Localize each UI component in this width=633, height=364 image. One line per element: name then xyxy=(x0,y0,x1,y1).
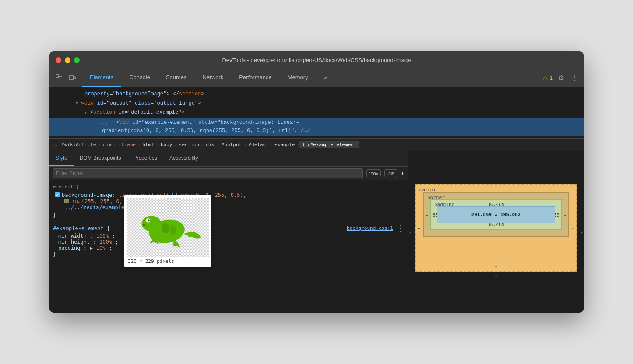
devtools-window: DevTools - developer.mozilla.org/en-US/d… xyxy=(49,51,584,313)
tab-network[interactable]: Network xyxy=(195,69,232,87)
html-line-3: <section id="default-example"> xyxy=(49,108,584,117)
html-line-1: property="backgroundImage">…</section> xyxy=(49,90,584,99)
warning-badge[interactable]: ⚠ 1 xyxy=(542,74,553,81)
padding-box: padding 36.469 36.469 36.469 36.469 291.… xyxy=(430,199,562,230)
tab-dom-breakpoints[interactable]: DOM Breakpoints xyxy=(74,151,127,166)
background-image-rule: ✓ background-image: linear-gradient( rgb… xyxy=(53,190,404,212)
breadcrumb-item-default-example[interactable]: #default-example xyxy=(246,141,297,148)
svg-rect-2 xyxy=(69,76,74,79)
svg-rect-3 xyxy=(74,77,75,79)
outer-right-value: - xyxy=(580,229,583,234)
minimize-button[interactable] xyxy=(65,57,70,63)
devtools-toolbar: Elements Console Sources Network Perform… xyxy=(49,69,584,87)
element-selector-line: element { xyxy=(53,183,404,190)
inspector-icon[interactable] xyxy=(53,72,65,84)
border-box: border - - - - padding 36.469 36.469 36.… xyxy=(423,192,569,237)
window-title: DevTools - developer.mozilla.org/en-US/d… xyxy=(222,57,411,63)
svg-point-12 xyxy=(148,220,150,222)
tab-accessibility[interactable]: Accessibility xyxy=(163,151,204,166)
border-left-value[interactable]: - xyxy=(426,212,429,217)
breadcrumb-item-section[interactable]: section xyxy=(177,141,201,148)
main-tabs: Elements Console Sources Network Perform… xyxy=(82,69,335,87)
toolbar-right: ⚠ 1 ⚙ ⋮ xyxy=(542,72,580,84)
bottom-panels: Style DOM Breakpoints Properties Accessi… xyxy=(49,151,584,313)
margin-box: margin - - - - border - - - - xyxy=(415,184,577,272)
image-popup-dimensions: 320 × 229 pixels xyxy=(127,257,208,264)
html-panel: property="backgroundImage">…</section> <… xyxy=(49,87,584,139)
maximize-button[interactable] xyxy=(74,57,80,63)
breadcrumb-bar: ... #wikiArticle › div › iframe › html ›… xyxy=(49,139,584,151)
border-right-value[interactable]: - xyxy=(563,212,566,217)
content-box: 291.859 × 195.062 xyxy=(437,206,555,223)
warning-count: 1 xyxy=(550,75,553,81)
breadcrumb-ellipsis: ... xyxy=(53,141,57,147)
box-model: margin - - - - border - - - - xyxy=(415,184,577,279)
styles-scrollable: element { ✓ background-image: linear-gra… xyxy=(49,180,408,313)
property-checkbox[interactable]: ✓ xyxy=(55,192,60,197)
tab-elements[interactable]: Elements xyxy=(82,69,121,87)
svg-rect-0 xyxy=(56,75,59,77)
margin-bottom-value[interactable]: - xyxy=(416,263,576,269)
tab-console[interactable]: Console xyxy=(121,69,158,87)
margin-left-value[interactable]: - xyxy=(418,225,421,231)
breadcrumb-item-iframe[interactable]: iframe xyxy=(116,141,138,148)
more-dots-icon[interactable]: ⋮ xyxy=(396,224,404,233)
breadcrumb-item-div2[interactable]: div xyxy=(204,141,217,148)
toolbar-icons xyxy=(53,72,78,84)
margin-right-value[interactable]: - xyxy=(571,225,574,231)
breadcrumb-item-body[interactable]: body xyxy=(158,141,175,148)
image-popup: 320 × 229 pixels xyxy=(124,195,211,267)
tab-sources[interactable]: Sources xyxy=(158,69,195,87)
tab-performance[interactable]: Performance xyxy=(231,69,279,87)
css-selector: #example-element xyxy=(53,225,104,231)
html-line-4[interactable]: ... <div id="example-element" style="bac… xyxy=(49,118,584,136)
cls-button[interactable]: .cls xyxy=(384,169,397,177)
settings-icon[interactable]: ⚙ xyxy=(556,72,566,84)
image-preview xyxy=(127,198,209,257)
hov-button[interactable]: :hov xyxy=(366,169,381,177)
tab-memory[interactable]: Memory xyxy=(280,69,316,87)
devtools-body: property="backgroundImage">…</section> <… xyxy=(49,87,584,313)
responsive-icon[interactable] xyxy=(66,72,78,84)
css-rule-section: #example-element { background.css:1 ⋮ mi… xyxy=(49,221,408,260)
breadcrumb-item-example-element[interactable]: div#example-element xyxy=(299,141,359,148)
lizard-preview-image xyxy=(127,198,209,257)
styles-content: element { ✓ background-image: linear-gra… xyxy=(49,180,408,221)
panel-tabs: Style DOM Breakpoints Properties Accessi… xyxy=(49,151,408,167)
filter-input[interactable] xyxy=(53,168,363,178)
content-size[interactable]: 291.859 × 195.062 xyxy=(471,212,521,217)
breadcrumb-item-html[interactable]: html xyxy=(140,141,156,148)
breadcrumb-item-div1[interactable]: div xyxy=(101,141,114,148)
outer-left-value: - xyxy=(409,229,412,234)
traffic-lights xyxy=(56,57,80,63)
color-swatch-yellow[interactable] xyxy=(64,199,69,203)
breadcrumb-item-output[interactable]: #output xyxy=(219,141,244,148)
warning-icon: ⚠ xyxy=(542,74,548,81)
tab-properties[interactable]: Properties xyxy=(127,151,163,166)
css-file-link[interactable]: background.css:1 xyxy=(347,225,393,231)
svg-point-10 xyxy=(141,216,161,231)
close-button[interactable] xyxy=(56,57,61,63)
html-line-2: <div id="output" class="output large"> xyxy=(49,99,584,108)
close-brace: } xyxy=(53,212,404,218)
tab-more[interactable]: » xyxy=(316,69,335,87)
tab-styles[interactable]: Style xyxy=(49,151,74,166)
titlebar: DevTools - developer.mozilla.org/en-US/d… xyxy=(49,51,584,69)
more-options-icon[interactable]: ⋮ xyxy=(570,72,580,84)
outer-bottom-value: - xyxy=(415,272,577,279)
add-style-button[interactable]: + xyxy=(401,169,404,177)
styles-filter-bar: :hov .cls + xyxy=(49,167,408,180)
breadcrumb-item-wikiarticle[interactable]: #wikiArticle xyxy=(59,141,98,148)
boxmodel-panel: margin - - - - border - - - - xyxy=(408,151,584,313)
styles-panel: Style DOM Breakpoints Properties Accessi… xyxy=(49,151,408,313)
